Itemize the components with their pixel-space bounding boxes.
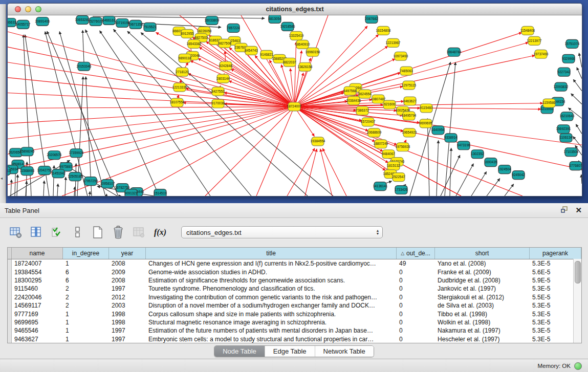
graph-node[interactable]: 11451942 — [51, 169, 66, 178]
cell[interactable]: de Silva et al. (2003) — [435, 302, 530, 309]
left-panel-edge[interactable]: ◂ — [0, 4, 6, 203]
graph-node[interactable]: 15276027 — [89, 17, 103, 26]
graph-node[interactable]: 12213967 — [386, 38, 401, 47]
graph-node[interactable]: 7857224 — [227, 24, 240, 32]
graph-node[interactable]: 9890118 — [179, 54, 191, 62]
graph-node[interactable]: 2803144 — [216, 74, 230, 83]
graph-node[interactable]: 20153346 — [77, 62, 92, 71]
cell[interactable]: 18724007 — [12, 260, 63, 267]
graph-node[interactable]: 19654923 — [402, 128, 417, 137]
cell[interactable]: 0 — [397, 277, 435, 284]
column-header-out-de-[interactable]: △out_de... — [397, 248, 435, 259]
graph-node[interactable]: 9115460 — [420, 104, 433, 113]
cell[interactable]: 6 — [63, 269, 109, 276]
graph-node[interactable]: 6466161 — [102, 16, 116, 25]
cell[interactable]: 9777169 — [12, 311, 63, 318]
cell[interactable]: 0 — [397, 336, 435, 343]
graph-node[interactable]: 16033809 — [205, 16, 220, 25]
graph-node[interactable]: 19737493 — [534, 50, 549, 58]
tab-network-table[interactable]: Network Table — [315, 346, 374, 357]
graph-node[interactable]: 7485063 — [400, 67, 413, 75]
graph-node[interactable]: 10973493 — [394, 52, 408, 60]
graph-node[interactable]: 16960158 — [306, 48, 320, 56]
table-scrollbar[interactable] — [573, 259, 581, 343]
graph-node[interactable]: 1690435 — [484, 158, 497, 167]
table-row[interactable]: 969969511998Structural magnetic resonanc… — [8, 318, 581, 326]
graph-node[interactable]: 8912955 — [181, 29, 194, 38]
table-row[interactable]: 977716911998Corpus callosum shape and si… — [8, 310, 581, 318]
graph-node[interactable]: 16154808 — [376, 26, 391, 35]
graph-node[interactable]: 14136141 — [373, 182, 388, 191]
cell[interactable]: 2 — [63, 285, 109, 292]
cell[interactable]: Wolkin et al. (1998) — [435, 319, 530, 326]
graph-node[interactable]: 17957259 — [83, 177, 98, 186]
cell[interactable]: 2009 — [109, 269, 146, 276]
graph-node[interactable]: 15720407 — [361, 118, 376, 126]
graph-node[interactable]: 8813054 — [268, 15, 281, 23]
graph-node[interactable]: 18495794 — [402, 112, 417, 120]
graph-node[interactable]: 12093832 — [554, 82, 569, 91]
graph-node[interactable]: 10958107 — [100, 180, 115, 188]
table-settings-icon[interactable] — [8, 225, 24, 240]
graph-node[interactable]: 9827508 — [218, 39, 231, 48]
cell[interactable]: Disruption of a novel member of a sodium… — [146, 302, 397, 309]
graph-node[interactable]: 15692391 — [556, 125, 571, 134]
cell[interactable]: Structural magnetic resonance image aver… — [146, 319, 397, 326]
graph-node[interactable]: 8454743 — [245, 46, 258, 55]
graph-node[interactable]: 17103504 — [564, 148, 579, 157]
graph-node[interactable]: 9227342 — [557, 68, 571, 76]
cell[interactable]: Stergiakouli et al. (2012) — [435, 294, 530, 301]
graph-node[interactable]: 7386372 — [356, 106, 369, 115]
graph-node[interactable]: 20206576 — [47, 151, 62, 160]
cell[interactable]: 1 — [63, 319, 109, 326]
cell[interactable]: 1 — [63, 336, 109, 343]
cell[interactable]: 1997 — [109, 336, 146, 343]
cell[interactable]: 0 — [397, 311, 435, 318]
graph-node[interactable]: 16648784 — [447, 48, 462, 56]
cell[interactable]: 1997 — [109, 327, 146, 334]
cell[interactable]: Estimation of significance thresholds fo… — [146, 277, 397, 284]
graph-node[interactable]: 12213339 — [172, 83, 187, 92]
graph-node[interactable]: 6497568 — [343, 86, 357, 95]
zoom-window-button[interactable] — [35, 6, 41, 12]
cell[interactable]: 18300295 — [12, 277, 63, 284]
graph-node[interactable]: 9484067 — [382, 150, 395, 159]
cell[interactable]: 2 — [63, 294, 109, 301]
table-row[interactable]: 1938455462009Genome-wide association stu… — [8, 268, 581, 276]
graph-node[interactable]: 2718120 — [176, 68, 189, 76]
graph-node[interactable]: 16210643 — [560, 112, 575, 121]
graph-node[interactable]: 12213977 — [527, 36, 542, 45]
graph-node[interactable]: 1159586 — [543, 99, 556, 107]
table-row[interactable]: 1830029562008Estimation of significance … — [8, 276, 581, 285]
graph-node[interactable]: 19671358 — [128, 20, 143, 29]
cell[interactable]: Corpus callosum shape and size in male p… — [146, 311, 397, 318]
cell[interactable]: 0 — [397, 302, 435, 309]
cell[interactable]: 0 — [397, 319, 435, 326]
collapse-arrow-icon[interactable]: ◂ — [1, 176, 3, 181]
cell[interactable]: 14569117 — [12, 302, 63, 309]
close-panel-icon[interactable]: ✕ — [575, 206, 582, 215]
scrollbar-thumb[interactable] — [575, 261, 581, 283]
hub-node[interactable]: 18724007 — [287, 102, 302, 111]
graph-node[interactable]: 12975115 — [402, 81, 417, 90]
graph-node[interactable]: 9170038 — [211, 99, 225, 108]
graph-node[interactable]: 1815132 — [387, 162, 400, 170]
graph-node[interactable]: 12505185 — [68, 172, 83, 181]
cell[interactable]: 1997 — [109, 285, 146, 292]
graph-node[interactable]: 9329966 — [562, 54, 575, 63]
cell[interactable]: 1 — [63, 311, 109, 318]
graph-node[interactable]: 9463627 — [403, 97, 417, 105]
cell[interactable]: Hescheler et al. (1997) — [435, 336, 530, 343]
graph-node[interactable]: 18640910 — [295, 40, 310, 49]
graph-node[interactable]: 10719195 — [115, 18, 130, 27]
graph-node[interactable]: 7515521 — [143, 23, 157, 31]
cell[interactable]: 9465546 — [12, 327, 63, 334]
graph-node[interactable]: 1886633 — [8, 18, 16, 27]
cell[interactable]: Nakamura et al. (1997) — [435, 327, 530, 334]
graph-node[interactable]: 1514519 — [154, 189, 167, 196]
graph-node[interactable]: 17359924 — [69, 149, 84, 158]
graph-node[interactable]: 20891406 — [35, 17, 50, 26]
cell[interactable]: Changes of HCN gene expression and I(f) … — [146, 260, 397, 267]
cell[interactable]: 6 — [63, 277, 109, 284]
cell[interactable]: 0 — [397, 327, 435, 334]
